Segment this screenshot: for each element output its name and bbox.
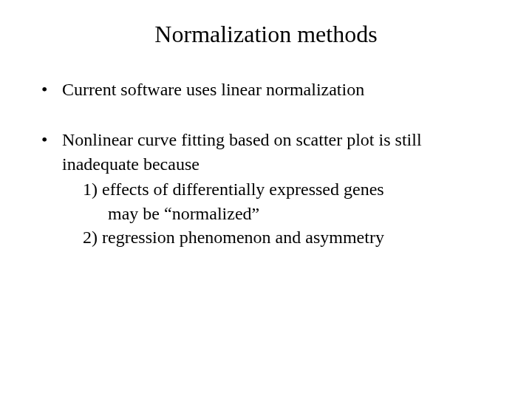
sub-text-cont: may be “normalized” (83, 202, 497, 225)
sub-item: 1) effects of differentially expressed g… (83, 177, 497, 225)
slide-container: Normalization methods Current software u… (0, 0, 532, 399)
bullet-item: Current software uses linear normalizati… (41, 78, 497, 101)
sub-list: 1) effects of differentially expressed g… (62, 177, 497, 249)
bullet-list: Current software uses linear normalizati… (0, 78, 532, 249)
sub-num: 2) (83, 228, 98, 247)
slide-title: Normalization methods (0, 21, 532, 48)
bullet-text: Nonlinear curve fitting based on scatter… (62, 130, 422, 173)
bullet-text: Current software uses linear normalizati… (62, 80, 364, 99)
sub-item: 2) regression phenomenon and asymmetry (83, 225, 497, 249)
bullet-item: Nonlinear curve fitting based on scatter… (41, 128, 497, 249)
sub-text: effects of differentially expressed gene… (102, 180, 384, 199)
sub-text: regression phenomenon and asymmetry (102, 228, 384, 247)
sub-num: 1) (83, 180, 98, 199)
